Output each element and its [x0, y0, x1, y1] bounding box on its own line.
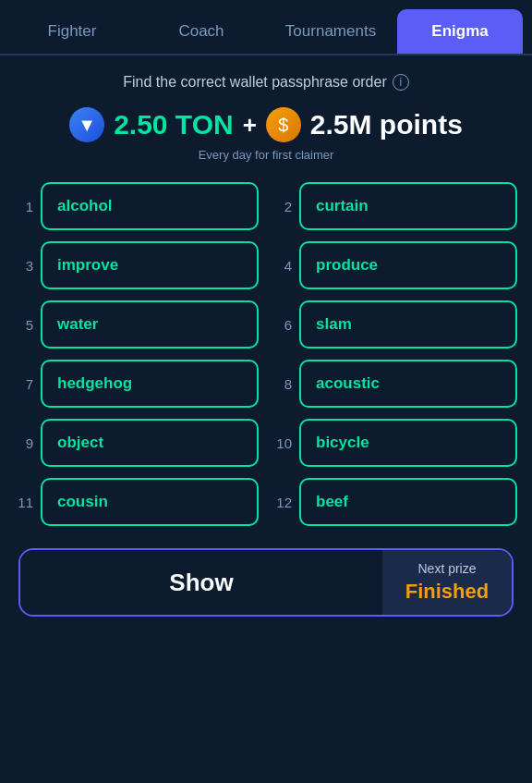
word-cell: 12beef	[273, 478, 517, 526]
word-box[interactable]: cousin	[41, 478, 259, 526]
plus-sign: +	[243, 111, 257, 140]
word-number: 11	[15, 495, 33, 510]
word-cell: 8acoustic	[273, 360, 517, 408]
word-number: 9	[15, 435, 33, 451]
tab-bar: Fighter Coach Tournaments Enigma	[0, 0, 532, 55]
word-number: 7	[15, 376, 33, 392]
tab-tournaments[interactable]: Tournaments	[268, 9, 393, 54]
instruction-text: Find the correct wallet passphrase order	[123, 74, 386, 91]
word-cell: 3improve	[15, 241, 259, 289]
next-prize-value: Finished	[405, 580, 489, 604]
main-content: Find the correct wallet passphrase order…	[0, 55, 532, 635]
word-cell: 10bicycle	[273, 419, 517, 467]
word-box[interactable]: curtain	[299, 182, 517, 230]
word-number: 2	[273, 199, 292, 214]
word-box[interactable]: improve	[41, 241, 259, 289]
tab-enigma[interactable]: Enigma	[397, 9, 523, 54]
word-box[interactable]: produce	[299, 241, 517, 289]
word-box[interactable]: hedgehog	[41, 360, 259, 408]
word-number: 5	[15, 317, 33, 333]
show-button[interactable]: Show	[20, 550, 382, 615]
bottom-button-container: Show Next prize Finished	[18, 548, 514, 617]
word-cell: 1alcohol	[15, 182, 259, 230]
next-prize-label: Next prize	[417, 561, 476, 576]
word-number: 12	[273, 495, 292, 510]
word-cell: 7hedgehog	[15, 360, 259, 408]
info-icon[interactable]: i	[393, 74, 409, 91]
word-cell: 11cousin	[15, 478, 259, 526]
word-box[interactable]: acoustic	[299, 360, 517, 408]
word-box[interactable]: slam	[299, 300, 517, 349]
reward-subtitle: Every day for first claimer	[15, 148, 517, 162]
word-box[interactable]: bicycle	[299, 419, 517, 467]
instruction-row: Find the correct wallet passphrase order…	[15, 74, 517, 91]
word-number: 6	[273, 317, 292, 333]
word-box[interactable]: water	[41, 300, 259, 349]
word-number: 1	[15, 199, 33, 214]
word-cell: 6slam	[273, 300, 517, 349]
word-number: 10	[273, 435, 292, 451]
ton-amount: 2.50 TON	[114, 109, 234, 141]
word-cell: 2curtain	[273, 182, 517, 230]
words-grid: 1alcohol2curtain3improve4produce5water6s…	[15, 182, 517, 526]
ton-icon: ▼	[69, 107, 104, 142]
next-prize-panel: Next prize Finished	[382, 550, 512, 615]
word-cell: 9object	[15, 419, 259, 467]
word-number: 8	[273, 376, 292, 392]
tab-coach[interactable]: Coach	[139, 9, 264, 54]
word-box[interactable]: beef	[299, 478, 517, 526]
word-cell: 5water	[15, 300, 259, 349]
points-amount: 2.5M points	[310, 109, 463, 141]
reward-row: ▼ 2.50 TON + $ 2.5M points	[15, 107, 517, 142]
word-box[interactable]: object	[41, 419, 259, 467]
word-number: 3	[15, 258, 33, 274]
tab-fighter[interactable]: Fighter	[9, 9, 135, 54]
word-cell: 4produce	[273, 241, 517, 289]
coin-icon: $	[266, 107, 301, 142]
word-number: 4	[273, 258, 292, 274]
word-box[interactable]: alcohol	[41, 182, 259, 230]
